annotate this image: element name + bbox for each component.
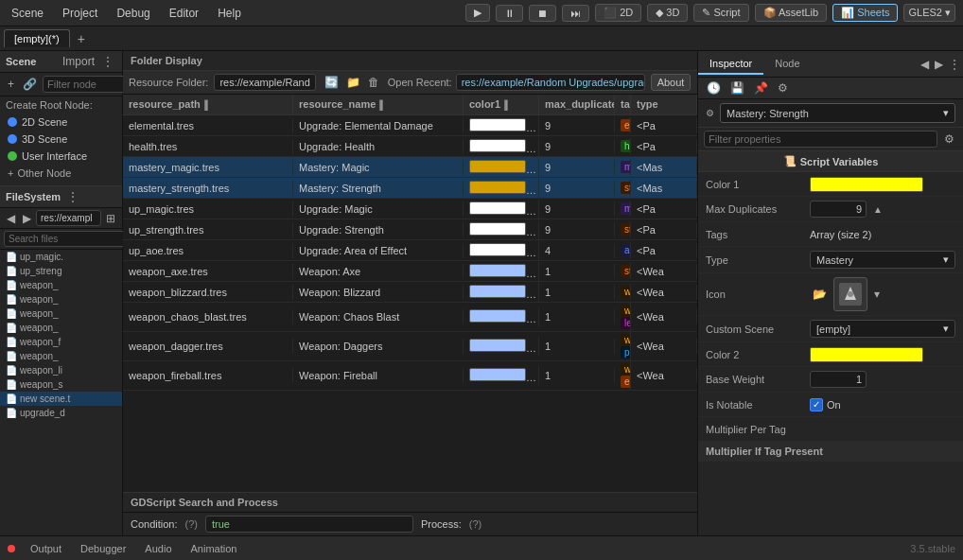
resource-delete-btn[interactable]: 🗑 [365,75,382,90]
td-tags: strength [615,221,631,237]
fs-file-weapon-4[interactable]: 📄 weapon_ [0,321,122,335]
status-animation[interactable]: Animation [187,541,241,556]
fs-file-weapon-2[interactable]: 📄 weapon_ [0,292,122,306]
gles-selector[interactable]: GLES2 ▾ [903,4,955,22]
condition-input[interactable] [205,516,413,533]
script-btn[interactable]: ✎ Script [693,4,748,22]
td-tags: strength melee weapon [615,263,631,279]
table-row[interactable]: up_aoe.tres Upgrade: Area of Effect ffff… [123,240,697,261]
create-root-node-label: Create Root Node: [0,96,122,114]
fs-forward-btn[interactable]: ▶ [20,211,34,226]
fs-layout-btn[interactable]: ⊞ [103,211,118,226]
table-row[interactable]: mastery_magic.tres Mastery: Magic ffffd8… [123,157,697,178]
pause-button[interactable]: ⏸ [496,5,523,22]
condition-help-icon[interactable]: (?) [185,518,198,530]
maxdup-up-btn[interactable]: ▲ [870,203,885,216]
mode-3d[interactable]: ◆ 3D [647,4,688,22]
node-2d-scene[interactable]: 2D Scene [0,114,122,131]
fs-file-up-magic[interactable]: 📄 up_magic. [0,250,122,264]
type-dropdown[interactable]: Mastery ▾ [810,251,955,269]
notable-checkbox[interactable]: ✓ On [810,398,841,411]
scene-menu-btn[interactable]: ⋮ [99,54,116,69]
scene-tab-empty[interactable]: [empty](*) [4,29,70,47]
table-row[interactable]: health.tres Upgrade: Health ffffff 9 hea… [123,136,697,157]
menu-editor[interactable]: Editor [166,5,202,22]
fs-file-weapon-1[interactable]: 📄 weapon_ [0,278,122,292]
fs-file-weapon-s[interactable]: 📄 weapon_s [0,377,122,392]
fs-file-weapon-5[interactable]: 📄 weapon_ [0,349,122,363]
status-output[interactable]: Output [26,541,65,556]
maxdup-input[interactable] [810,201,867,218]
mode-2d[interactable]: ⬛ 2D [595,4,641,22]
about-btn[interactable]: About [651,74,692,91]
table-row[interactable]: weapon_dagger.tres Weapon: Daggers ffa2c… [123,332,697,361]
menu-scene[interactable]: Scene [8,5,47,22]
table-row[interactable]: weapon_blizzard.tres Weapon: Blizzard ff… [123,282,697,303]
fs-file-new-scene[interactable]: 📄 new scene.t [0,392,122,406]
resource-open-btn[interactable]: 📁 [343,75,363,90]
play-button[interactable]: ▶ [465,4,490,22]
resource-reload-btn[interactable]: 🔄 [322,75,341,90]
inspector-settings-btn[interactable]: ⚙ [775,80,791,96]
import-btn[interactable]: Import [60,54,97,69]
mastery-dropdown[interactable]: Mastery: Strength ▾ [720,103,955,123]
fs-file-weapon-3[interactable]: 📄 weapon_ [0,306,122,321]
table-row[interactable]: up_strength.tres Upgrade: Strength fffff… [123,219,697,240]
node-user-interface[interactable]: User Interface [0,148,122,165]
inspector-menu-btn[interactable]: ⋮ [946,57,963,72]
scene-tab-add[interactable]: + [72,29,91,48]
process-help-icon[interactable]: (?) [469,518,482,530]
table-row[interactable]: mastery_strength.tres Mastery: Strength … [123,178,697,199]
scene-add-btn[interactable]: + [5,77,17,92]
node-3d-scene[interactable]: 3D Scene [0,131,122,148]
stop-button[interactable]: ⏹ [529,5,556,22]
td-tags: magic mastery [615,159,631,175]
td-type: <Wea [631,339,697,354]
base-weight-input[interactable] [810,371,867,388]
step-button[interactable]: ⏭ [562,5,589,22]
table-row[interactable]: up_magic.tres Upgrade: Magic ffffff 9 ma… [123,199,697,219]
custom-scene-dropdown[interactable]: [empty] ▾ [810,320,955,338]
tab-inspector[interactable]: Inspector [698,54,763,75]
resource-folder-label: Resource Folder: [129,77,208,88]
inspector-history-btn[interactable]: 🕓 [704,80,724,96]
fs-file-upgrade-d[interactable]: 📄 upgrade_d [0,406,122,420]
inspector-back-btn[interactable]: ◀ [918,57,932,72]
menu-project[interactable]: Project [59,5,101,22]
inspector-forward-btn[interactable]: ▶ [932,57,946,72]
table-row[interactable]: weapon_fireball.tres Weapon: Fireball ff… [123,361,697,391]
td-type: <Mas [631,181,697,196]
icon-dropdown-btn[interactable]: ▾ [871,287,883,302]
assetlib-btn[interactable]: 📦 AssetLib [755,4,828,22]
filesystem-search: 🔍 [0,229,122,250]
fs-back-btn[interactable]: ◀ [4,211,18,226]
node-other[interactable]: + Other Node [0,165,122,182]
checkbox-checked[interactable]: ✓ [810,398,823,411]
scene-link-btn[interactable]: 🔗 [20,77,40,92]
checkbox-label: On [827,399,841,411]
table-row[interactable]: elemental.tres Upgrade: Elemental Damage… [123,115,697,136]
inspector-save-btn[interactable]: 💾 [727,80,747,96]
prop-color1-value[interactable] [810,177,955,192]
table-row[interactable]: weapon_chaos_blast.tres Weapon: Chaos Bl… [123,303,697,332]
fs-file-up-streng[interactable]: 📄 up_streng [0,264,122,278]
icon-file-btn[interactable]: 📂 [810,287,830,302]
status-debugger[interactable]: Debugger [77,541,130,556]
color1-swatch[interactable] [810,177,923,192]
filesystem-menu-btn[interactable]: ⋮ [64,189,81,204]
tab-node[interactable]: Node [763,54,811,75]
prop-color2-value[interactable] [810,347,955,362]
filter-props-input[interactable] [704,131,937,148]
inspector-pin-btn[interactable]: 📌 [751,80,771,96]
color2-swatch[interactable] [810,347,923,362]
menu-debug[interactable]: Debug [113,5,153,22]
fs-search-input[interactable] [4,231,133,247]
table-row[interactable]: weapon_axe.tres Weapon: Axe ffa2c2 1 str… [123,261,697,282]
icon-preview[interactable] [833,277,867,311]
menu-help[interactable]: Help [214,5,245,22]
status-audio[interactable]: Audio [141,541,175,556]
fs-file-weapon-li[interactable]: 📄 weapon_li [0,363,122,377]
filter-props-settings-btn[interactable]: ⚙ [941,131,957,147]
fs-file-weapon-f[interactable]: 📄 weapon_f [0,335,122,349]
sheets-btn[interactable]: 📊 Sheets [832,4,898,22]
